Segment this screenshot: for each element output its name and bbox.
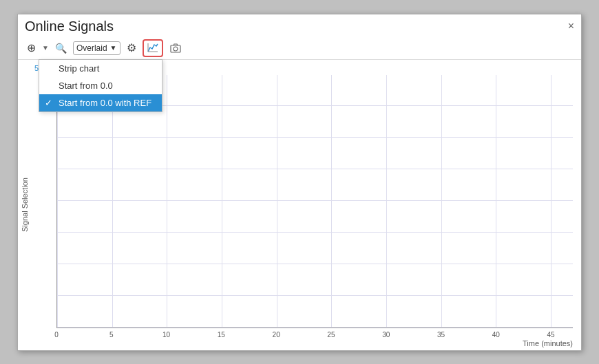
toolbar: ⊕ ▼ 🔍 Overlaid ▼ ⚙ — [18, 37, 581, 60]
check-icon: ✓ — [45, 98, 52, 108]
x-tick-label: 15 — [218, 331, 225, 339]
svg-point-3 — [174, 47, 178, 51]
camera-icon — [169, 42, 182, 54]
add-overlay-button[interactable]: ⊕ — [23, 39, 39, 56]
x-tick-label: 45 — [547, 331, 555, 339]
start-from-0-ref-label: Start from 0.0 with REF — [59, 98, 151, 108]
view-mode-menu: Strip chart Start from 0.0 ✓ Start from … — [39, 59, 162, 112]
chart-icon — [147, 42, 159, 54]
grid-v-line — [441, 75, 442, 328]
menu-item-strip-chart[interactable]: Strip chart — [39, 60, 162, 77]
x-tick-label: 30 — [382, 331, 390, 339]
chevron-down-icon: ▼ — [110, 44, 117, 52]
x-tick-label: 25 — [327, 331, 335, 339]
grid-v-line — [222, 75, 222, 328]
camera-button[interactable] — [166, 40, 185, 56]
window-title: Online Signals — [25, 19, 114, 34]
strip-chart-label: Strip chart — [59, 63, 99, 74]
view-mode-dropdown[interactable]: Overlaid ▼ — [73, 41, 120, 55]
x-tick-label: 35 — [437, 331, 445, 339]
settings-button[interactable]: ⚙ — [123, 39, 140, 56]
grid-v-line — [277, 75, 277, 328]
grid-v-line — [331, 75, 332, 328]
grid-v-line — [112, 75, 113, 328]
online-signals-window: Online Signals × ⊕ ▼ 🔍 Overlaid ▼ ⚙ — [17, 14, 582, 351]
x-tick-label: 5 — [109, 331, 114, 339]
x-tick-label: 20 — [273, 331, 280, 339]
search-icon: 🔍 — [55, 43, 67, 54]
dropdown-label: Overlaid — [76, 43, 107, 53]
gear-icon: ⚙ — [127, 41, 136, 54]
title-bar: Online Signals × — [18, 14, 581, 37]
start-from-0-label: Start from 0.0 — [59, 81, 113, 91]
grid-v-line — [496, 75, 496, 328]
close-button[interactable]: × — [568, 21, 574, 32]
x-axis-label: Time (minutes) — [523, 339, 573, 347]
menu-item-start-from-0[interactable]: Start from 0.0 — [39, 77, 162, 94]
x-tick-label: 10 — [162, 331, 170, 339]
menu-item-start-from-0-ref[interactable]: ✓ Start from 0.0 with REF — [39, 94, 162, 111]
x-tick-label: 40 — [492, 331, 500, 339]
grid-v-line — [167, 75, 167, 328]
grid-v-line — [386, 75, 387, 328]
x-axis: Time (minutes) 051015202530354045 — [56, 328, 573, 347]
chart-mode-button[interactable] — [143, 39, 163, 57]
x-tick-label: 0 — [54, 331, 59, 339]
grid-v-line — [551, 75, 551, 328]
chart-plot: 050100150200250300350400 — [56, 75, 573, 328]
grid-v-line — [57, 75, 58, 328]
search-button[interactable]: 🔍 — [52, 41, 70, 56]
y-axis-label: Signal Selection — [18, 63, 32, 347]
add-icon: ⊕ — [27, 41, 36, 54]
